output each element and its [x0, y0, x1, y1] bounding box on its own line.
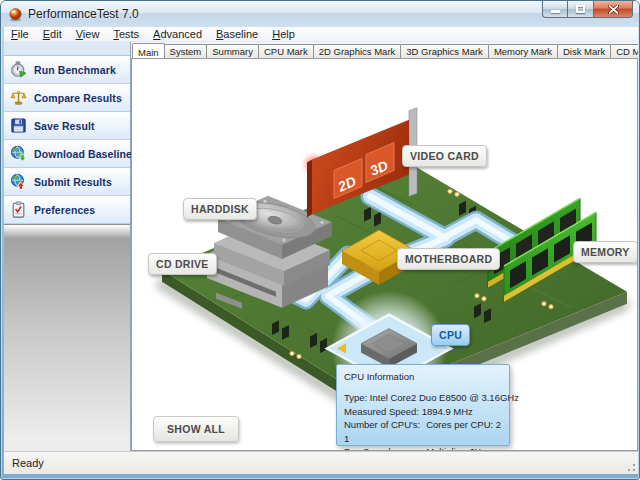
menu-advanced[interactable]: Advanced	[146, 27, 209, 42]
sidebar-buttons: Run Benchmark Compare Results	[4, 55, 130, 224]
client-area: Run Benchmark Compare Results	[4, 42, 638, 451]
tab-system[interactable]: System	[164, 44, 208, 58]
motherboard-label[interactable]: MOTHERBOARD	[397, 248, 500, 270]
resize-grip-icon[interactable]	[624, 460, 636, 472]
maximize-button[interactable]	[568, 1, 594, 18]
minimize-button[interactable]	[542, 1, 568, 18]
window-title: PerformanceTest 7.0	[28, 7, 139, 21]
status-bar: Ready	[4, 451, 638, 474]
harddisk-label[interactable]: HARDDISK	[183, 198, 257, 220]
show-all-button[interactable]: SHOW ALL	[153, 416, 239, 442]
close-button[interactable]	[594, 1, 633, 18]
preferences-button[interactable]: Preferences	[4, 196, 130, 224]
main-panel: Main System Summary CPU Mark 2D Graphics…	[131, 42, 638, 451]
tab-3d-graphics-mark[interactable]: 3D Graphics Mark	[400, 44, 489, 58]
cpu-cores: Cores per CPU: 2	[426, 418, 501, 445]
tab-memory-mark[interactable]: Memory Mark	[488, 44, 558, 58]
submit-results-button[interactable]: Submit Results	[4, 168, 130, 196]
tab-cd-mark[interactable]: CD Mark	[610, 44, 638, 58]
cd-drive-label[interactable]: CD DRIVE	[148, 253, 217, 275]
compare-results-button[interactable]: Compare Results	[4, 84, 130, 112]
globe-upload-icon	[10, 173, 27, 190]
menu-tests[interactable]: Tests	[106, 27, 146, 42]
tab-2d-graphics-mark[interactable]: 2D Graphics Mark	[313, 44, 402, 58]
app-logo-icon	[8, 7, 23, 22]
download-baseline-button[interactable]: Download Baseline	[4, 140, 130, 168]
title-bar: PerformanceTest 7.0	[1, 1, 640, 27]
close-icon	[608, 5, 619, 14]
menu-help[interactable]: Help	[265, 27, 302, 42]
menu-edit[interactable]: Edit	[36, 27, 69, 42]
tab-cpu-mark[interactable]: CPU Mark	[258, 44, 314, 58]
save-result-button[interactable]: Save Result	[4, 112, 130, 140]
sidebar-empty-panel	[4, 224, 130, 451]
cpu-measured-speed: Measured Speed: 1894.9 MHz	[344, 405, 502, 419]
menu-file[interactable]: File	[4, 27, 36, 42]
stopwatch-icon	[10, 61, 27, 78]
app-window: PerformanceTest 7.0 File Edit View Tests…	[0, 0, 640, 480]
menu-baseline[interactable]: Baseline	[209, 27, 265, 42]
scales-icon	[10, 89, 27, 106]
cpu-type: Type: Intel Core2 Duo E8500 @ 3.16GHz	[344, 391, 502, 405]
main-tab-content: 2D 3D	[131, 58, 638, 451]
menu-bar: File Edit View Tests Advanced Baseline H…	[4, 27, 638, 42]
tab-summary[interactable]: Summary	[206, 44, 259, 58]
tab-disk-mark[interactable]: Disk Mark	[557, 44, 611, 58]
memory-label[interactable]: MEMORY	[573, 241, 638, 263]
sidebar: Run Benchmark Compare Results	[4, 42, 131, 451]
tab-main[interactable]: Main	[132, 43, 165, 58]
window-controls	[542, 1, 633, 18]
floppy-icon	[10, 117, 27, 134]
run-benchmark-button[interactable]: Run Benchmark	[4, 56, 130, 84]
clipboard-icon	[10, 201, 27, 218]
video-card-label[interactable]: VIDEO CARD	[402, 145, 487, 167]
menu-view[interactable]: View	[69, 27, 107, 42]
cpu-label[interactable]: CPU	[431, 324, 470, 346]
cpu-info-tooltip: CPU Information Type: Intel Core2 Duo E8…	[336, 364, 510, 446]
globe-download-icon	[10, 145, 27, 162]
minimize-icon	[551, 10, 560, 13]
status-text: Ready	[12, 457, 44, 469]
cpu-info-title: CPU Information	[344, 371, 502, 382]
cpu-count: Number of CPU's: 1	[344, 418, 426, 445]
tab-strip: Main System Summary CPU Mark 2D Graphics…	[131, 42, 638, 58]
maximize-icon	[576, 5, 585, 13]
